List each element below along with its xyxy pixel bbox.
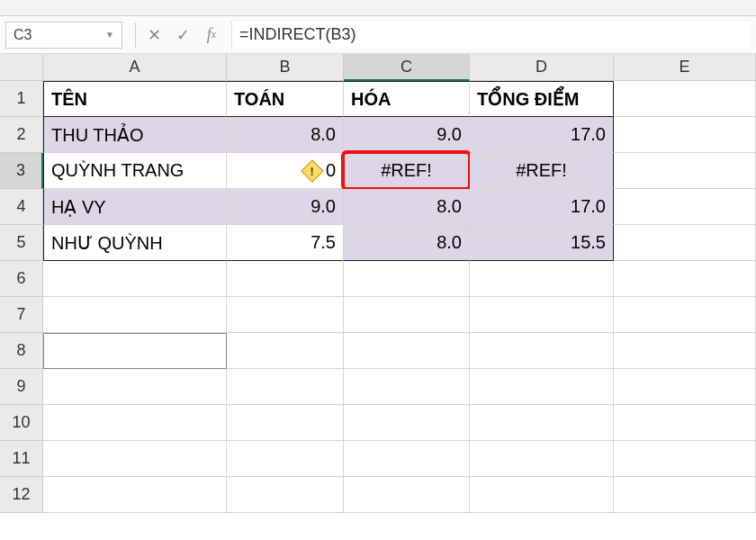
cell-C5[interactable]: 8.0: [344, 225, 470, 261]
name-box-value: C3: [14, 27, 32, 43]
cell-B11[interactable]: [227, 441, 344, 477]
cell-E5[interactable]: [614, 225, 756, 261]
cell-C10[interactable]: [344, 405, 470, 441]
cell-D10[interactable]: [470, 405, 614, 441]
cell-D9[interactable]: [470, 369, 614, 405]
row-header-6[interactable]: 6: [0, 261, 43, 297]
fx-icon[interactable]: fx: [197, 22, 226, 49]
select-all-corner[interactable]: [0, 54, 43, 81]
cell-C4[interactable]: 8.0: [344, 189, 470, 225]
cell-B5[interactable]: 7.5: [227, 225, 344, 261]
cell-A6[interactable]: [43, 261, 227, 297]
cell-E3[interactable]: [614, 153, 756, 189]
cell-C3-value: #REF!: [381, 160, 432, 181]
row-header-8[interactable]: 8: [0, 333, 43, 369]
row-header-3[interactable]: 3: [0, 153, 43, 189]
cell-C3[interactable]: #REF!: [344, 153, 470, 189]
cell-E12[interactable]: [614, 477, 756, 513]
row-header-11[interactable]: 11: [0, 441, 43, 477]
cell-B10[interactable]: [227, 405, 344, 441]
formula-input[interactable]: =INDIRECT(B3): [231, 22, 751, 49]
cell-B2[interactable]: 8.0: [227, 117, 344, 153]
row-header-9[interactable]: 9: [0, 369, 43, 405]
cell-A4[interactable]: HẠ VY: [43, 189, 227, 225]
cell-C12[interactable]: [344, 477, 470, 513]
col-header-D[interactable]: D: [470, 54, 614, 81]
row-header-4[interactable]: 4: [0, 189, 43, 225]
cell-A7[interactable]: [43, 297, 227, 333]
cell-E4[interactable]: [614, 189, 756, 225]
cell-C11[interactable]: [344, 441, 470, 477]
cell-D8[interactable]: [470, 333, 614, 369]
cell-E10[interactable]: [614, 405, 756, 441]
cell-D3[interactable]: #REF!: [470, 153, 614, 189]
cell-C8[interactable]: [344, 333, 470, 369]
cell-E6[interactable]: [614, 261, 756, 297]
cell-D5[interactable]: 15.5: [470, 225, 614, 261]
cell-E9[interactable]: [614, 369, 756, 405]
cell-B1[interactable]: TOÁN: [227, 81, 344, 117]
cell-B4[interactable]: 9.0: [227, 189, 344, 225]
formula-bar: C3 ▼ ✕ ✓ fx =INDIRECT(B3): [0, 16, 756, 54]
row-header-5[interactable]: 5: [0, 225, 43, 261]
cell-B9[interactable]: [227, 369, 344, 405]
cell-B12[interactable]: [227, 477, 344, 513]
row-header-12[interactable]: 12: [0, 477, 43, 513]
cell-D12[interactable]: [470, 477, 614, 513]
cell-A10[interactable]: [43, 405, 227, 441]
cell-C7[interactable]: [344, 297, 470, 333]
cell-E8[interactable]: [614, 333, 756, 369]
cell-C2[interactable]: 9.0: [344, 117, 470, 153]
col-header-A[interactable]: A: [43, 54, 227, 81]
cell-B7[interactable]: [227, 297, 344, 333]
col-header-C[interactable]: C: [344, 54, 470, 81]
chevron-down-icon: ▼: [105, 30, 114, 40]
cell-E1[interactable]: [614, 81, 756, 117]
row-header-10[interactable]: 10: [0, 405, 43, 441]
cell-A1[interactable]: TÊN: [43, 81, 227, 117]
cell-A9[interactable]: [43, 369, 227, 405]
cell-E7[interactable]: [614, 297, 756, 333]
name-box[interactable]: C3 ▼: [5, 22, 122, 49]
cell-B6[interactable]: [227, 261, 344, 297]
row-header-7[interactable]: 7: [0, 297, 43, 333]
cell-E11[interactable]: [614, 441, 756, 477]
cell-A5[interactable]: NHƯ QUỲNH: [43, 225, 227, 261]
cell-C9[interactable]: [344, 369, 470, 405]
col-header-B[interactable]: B: [227, 54, 344, 81]
titlebar-strip: [0, 0, 756, 16]
cell-B8[interactable]: [227, 333, 344, 369]
error-warning-icon[interactable]: !: [301, 159, 323, 182]
cell-D6[interactable]: [470, 261, 614, 297]
cell-C6[interactable]: [344, 261, 470, 297]
row-header-2[interactable]: 2: [0, 117, 43, 153]
cell-A8[interactable]: [43, 333, 227, 369]
cell-C1[interactable]: HÓA: [344, 81, 470, 117]
cell-D11[interactable]: [470, 441, 614, 477]
divider: [135, 22, 136, 48]
cell-E2[interactable]: [614, 117, 756, 153]
spreadsheet-grid[interactable]: A B C D E 1 TÊN TOÁN HÓA TỔNG ĐIỂM 2 THU…: [0, 54, 756, 513]
cell-D1[interactable]: TỔNG ĐIỂM: [470, 81, 614, 117]
cancel-formula-icon[interactable]: ✕: [140, 22, 168, 49]
cell-D4[interactable]: 17.0: [470, 189, 614, 225]
cell-D7[interactable]: [470, 297, 614, 333]
row-header-1[interactable]: 1: [0, 81, 43, 117]
formula-text: =INDIRECT(B3): [239, 25, 356, 44]
cell-B3[interactable]: ! 0: [227, 153, 344, 189]
col-header-E[interactable]: E: [614, 54, 756, 81]
cell-A12[interactable]: [43, 477, 227, 513]
cell-B3-value: 0: [326, 160, 336, 181]
cell-A2[interactable]: THU THẢO: [43, 117, 227, 153]
cell-A11[interactable]: [43, 441, 227, 477]
cell-A3[interactable]: QUỲNH TRANG: [43, 153, 227, 189]
confirm-formula-icon[interactable]: ✓: [168, 22, 197, 49]
cell-D2[interactable]: 17.0: [470, 117, 614, 153]
